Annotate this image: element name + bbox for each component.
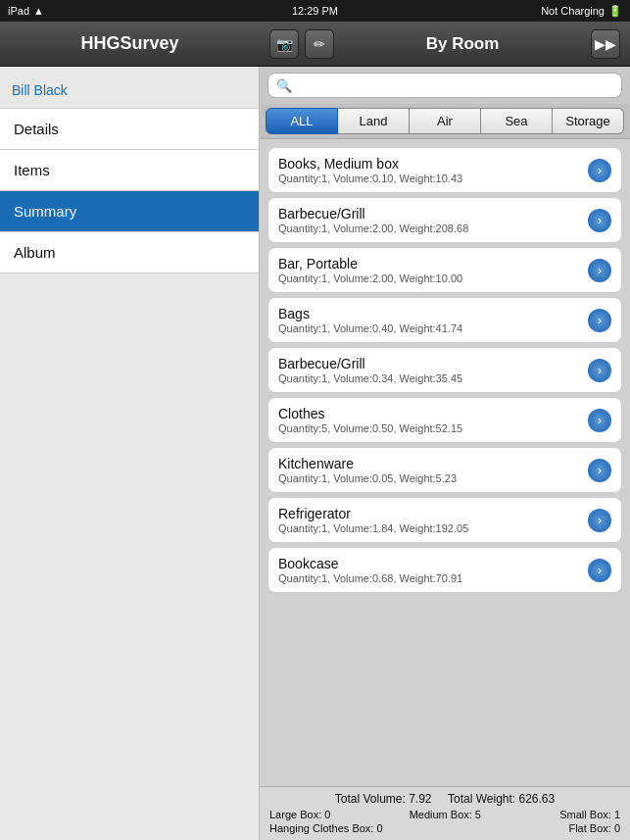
item-name: Books, Medium box [278, 156, 588, 172]
item-name: Kitchenware [278, 456, 588, 471]
item-details: Quantity:1, Volume:0.40, Weight:41.74 [278, 322, 588, 334]
item-info: Bookcase Quantity:1, Volume:0.68, Weight… [278, 556, 588, 584]
list-item[interactable]: Bar, Portable Quantity:1, Volume:2.00, W… [267, 247, 622, 293]
chevron-right-icon[interactable]: › [588, 509, 611, 532]
ipad-label: iPad [8, 5, 29, 17]
item-name: Barbecue/Grill [278, 206, 588, 222]
sidebar-item-summary[interactable]: Summary [0, 190, 259, 231]
camera-button[interactable]: 📷 [269, 29, 299, 59]
list-item[interactable]: Barbecue/Grill Quantity:1, Volume:2.00, … [267, 197, 622, 243]
sidebar: Bill Black Details Items Summary Album [0, 67, 260, 840]
chevron-right-icon[interactable]: › [588, 459, 611, 482]
right-panel: 🔍 ALL Land Air Sea Storage [260, 67, 630, 840]
item-name: Refrigerator [278, 506, 588, 521]
item-name: Bags [278, 306, 588, 321]
segment-control: ALL Land Air Sea Storage [260, 104, 630, 139]
header-right: 📷 ✏ By Room ▶▶ [260, 29, 630, 59]
next-button[interactable]: ▶▶ [591, 29, 620, 59]
footer-row-boxes: Large Box: 0 Medium Box: 5 Small Box: 1 [269, 808, 620, 821]
main-content: Bill Black Details Items Summary Album 🔍… [0, 67, 630, 840]
chevron-right-icon[interactable]: › [588, 409, 611, 432]
list-item[interactable]: Books, Medium box Quantity:1, Volume:0.1… [267, 147, 622, 193]
segment-storage[interactable]: Storage [553, 108, 624, 134]
chevron-right-icon[interactable]: › [588, 309, 611, 332]
item-details: Quantity:5, Volume:0.50, Weight:52.15 [278, 422, 588, 434]
list-item[interactable]: Refrigerator Quantity:1, Volume:1.84, We… [267, 497, 622, 543]
list-item[interactable]: Kitchenware Quantity:1, Volume:0.05, Wei… [267, 447, 622, 493]
items-list: Books, Medium box Quantity:1, Volume:0.1… [260, 139, 630, 786]
item-name: Clothes [278, 406, 588, 421]
item-info: Barbecue/Grill Quantity:1, Volume:2.00, … [278, 206, 588, 234]
total-volume: Total Volume: 7.92 [335, 792, 432, 806]
segment-air-label: Air [437, 114, 453, 128]
status-time: 12:29 PM [292, 5, 338, 17]
wifi-icon: ▲ [33, 5, 44, 17]
segment-land[interactable]: Land [338, 108, 410, 134]
sidebar-item-details-label: Details [14, 121, 59, 137]
large-box: Large Box: 0 [269, 809, 330, 820]
search-input[interactable] [296, 77, 613, 93]
status-left: iPad ▲ [8, 5, 44, 17]
edit-icon: ✏ [314, 36, 325, 52]
chevron-right-icon[interactable]: › [588, 259, 611, 282]
medium-box: Medium Box: 5 [410, 809, 481, 820]
item-details: Quantity:1, Volume:1.84, Weight:192.05 [278, 522, 588, 534]
item-info: Bags Quantity:1, Volume:0.40, Weight:41.… [278, 306, 588, 334]
app-title: HHGSurvey [0, 33, 260, 54]
status-bar: iPad ▲ 12:29 PM Not Charging 🔋 [0, 0, 630, 22]
sidebar-item-album-label: Album [14, 244, 56, 261]
list-item[interactable]: Barbecue/Grill Quantity:1, Volume:0.34, … [267, 347, 622, 393]
item-name: Barbecue/Grill [278, 356, 588, 371]
battery-icon: 🔋 [608, 5, 622, 18]
item-info: Books, Medium box Quantity:1, Volume:0.1… [278, 156, 588, 184]
next-icon: ▶▶ [595, 36, 616, 52]
chevron-right-icon[interactable]: › [588, 559, 611, 582]
sidebar-item-items[interactable]: Items [0, 149, 259, 190]
item-details: Quantity:1, Volume:0.10, Weight:10.43 [278, 173, 588, 184]
search-icon: 🔍 [276, 78, 292, 93]
item-details: Quantity:1, Volume:0.68, Weight:70.91 [278, 572, 588, 584]
sidebar-item-items-label: Items [14, 162, 50, 178]
header-bar: HHGSurvey 📷 ✏ By Room ▶▶ [0, 22, 630, 67]
total-weight: Total Weight: 626.63 [448, 792, 555, 806]
item-details: Quantity:1, Volume:0.05, Weight:5.23 [278, 472, 588, 484]
segment-storage-label: Storage [565, 114, 610, 128]
list-item[interactable]: Clothes Quantity:5, Volume:0.50, Weight:… [267, 397, 622, 443]
search-bar: 🔍 [260, 67, 630, 104]
item-details: Quantity:1, Volume:0.34, Weight:35.45 [278, 372, 588, 384]
item-name: Bookcase [278, 556, 588, 571]
item-name: Bar, Portable [278, 256, 588, 272]
sidebar-item-details[interactable]: Details [0, 108, 259, 149]
header-icons-left: 📷 ✏ [269, 29, 334, 59]
chevron-right-icon[interactable]: › [588, 159, 611, 182]
list-item[interactable]: Bags Quantity:1, Volume:0.40, Weight:41.… [267, 297, 622, 343]
battery-label: Not Charging [541, 5, 605, 17]
segment-air[interactable]: Air [410, 108, 481, 134]
item-details: Quantity:1, Volume:2.00, Weight:208.68 [278, 222, 588, 234]
hanging-clothes-box: Hanging Clothes Box: 0 [269, 822, 383, 834]
chevron-right-icon[interactable]: › [588, 209, 611, 232]
segment-land-label: Land [360, 114, 388, 128]
footer-bar: Total Volume: 7.92 Total Weight: 626.63 … [260, 786, 630, 840]
segment-sea[interactable]: Sea [481, 108, 553, 134]
list-item[interactable]: Bookcase Quantity:1, Volume:0.68, Weight… [267, 547, 622, 593]
segment-all-label: ALL [290, 114, 313, 128]
sidebar-item-album[interactable]: Album [0, 231, 259, 273]
item-details: Quantity:1, Volume:2.00, Weight:10.00 [278, 272, 588, 284]
item-info: Refrigerator Quantity:1, Volume:1.84, We… [278, 506, 588, 534]
footer-row-boxes2: Hanging Clothes Box: 0 Flat Box: 0 [269, 821, 620, 835]
status-right: Not Charging 🔋 [541, 5, 622, 18]
search-input-wrap[interactable]: 🔍 [267, 73, 622, 98]
flat-box: Flat Box: 0 [568, 822, 620, 834]
small-box: Small Box: 1 [559, 809, 620, 820]
edit-button[interactable]: ✏ [305, 29, 334, 59]
item-info: Bar, Portable Quantity:1, Volume:2.00, W… [278, 256, 588, 284]
footer-totals: Total Volume: 7.92 Total Weight: 626.63 [269, 792, 620, 806]
sidebar-item-summary-label: Summary [14, 203, 76, 220]
chevron-right-icon[interactable]: › [588, 359, 611, 382]
item-info: Kitchenware Quantity:1, Volume:0.05, Wei… [278, 456, 588, 484]
item-info: Barbecue/Grill Quantity:1, Volume:0.34, … [278, 356, 588, 384]
sidebar-username: Bill Black [0, 74, 259, 108]
segment-sea-label: Sea [505, 114, 527, 128]
segment-all[interactable]: ALL [266, 108, 338, 134]
